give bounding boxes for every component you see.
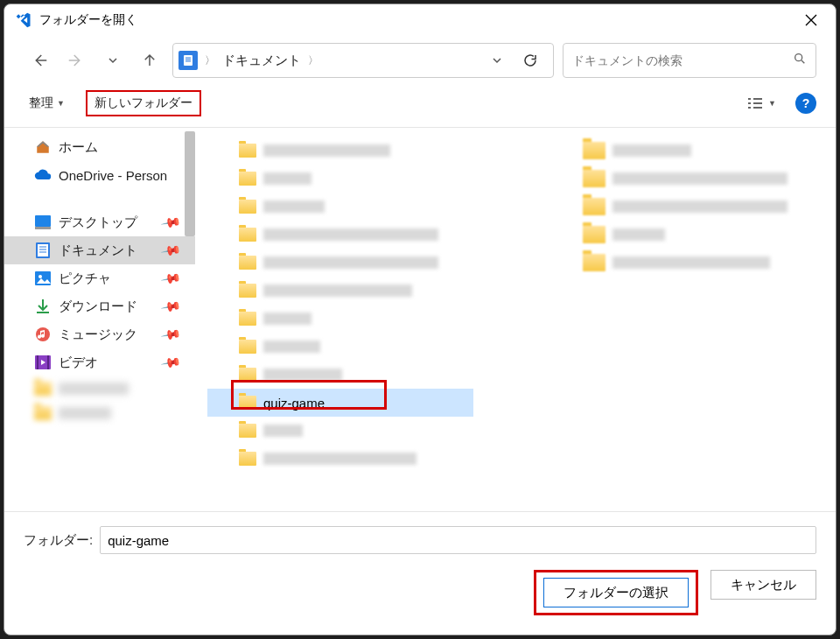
music-icon bbox=[34, 326, 52, 343]
pin-icon: 📌 bbox=[160, 239, 183, 262]
folder-name-input[interactable] bbox=[100, 526, 816, 554]
sidebar-item-home[interactable]: ホーム bbox=[4, 133, 195, 161]
new-folder-highlight: 新しいフォルダー bbox=[86, 90, 201, 116]
search-input[interactable] bbox=[572, 53, 793, 67]
breadcrumb[interactable]: 〉 ドキュメント 〉 bbox=[172, 43, 554, 78]
home-icon bbox=[34, 138, 52, 156]
documents-icon bbox=[178, 51, 198, 70]
view-mode-button[interactable]: ▼ bbox=[742, 94, 781, 113]
file-row[interactable] bbox=[195, 361, 836, 389]
pictures-icon bbox=[34, 270, 52, 287]
nav-recent-button[interactable] bbox=[99, 46, 127, 74]
documents-icon bbox=[34, 242, 52, 259]
refresh-button[interactable] bbox=[513, 53, 548, 68]
sidebar: ホーム OneDrive - Person デスクトップ 📌 ドキュメント 📌 … bbox=[4, 128, 195, 511]
nav-forward-button[interactable] bbox=[62, 46, 90, 74]
vscode-icon bbox=[15, 11, 32, 29]
open-folder-dialog: フォルダーを開く 〉 ドキュメント 〉 整理▼ 新しいフォルダー bbox=[4, 4, 836, 635]
svg-rect-0 bbox=[184, 55, 192, 66]
svg-rect-10 bbox=[37, 355, 38, 369]
folder-label: フォルダー: bbox=[24, 532, 93, 549]
body: ホーム OneDrive - Person デスクトップ 📌 ドキュメント 📌 … bbox=[4, 128, 836, 511]
pin-icon: 📌 bbox=[160, 351, 183, 374]
desktop-icon bbox=[34, 214, 52, 231]
nav-up-button[interactable] bbox=[136, 46, 164, 74]
file-row[interactable] bbox=[195, 277, 836, 305]
nav-back-button[interactable] bbox=[25, 46, 53, 74]
sidebar-item-documents[interactable]: ドキュメント 📌 bbox=[4, 236, 195, 264]
cancel-button[interactable]: キャンセル bbox=[710, 570, 816, 600]
folder-icon bbox=[239, 396, 256, 410]
video-icon bbox=[34, 354, 52, 371]
sidebar-item-pictures[interactable]: ピクチャ 📌 bbox=[4, 264, 195, 292]
close-button[interactable] bbox=[794, 8, 829, 32]
svg-rect-11 bbox=[47, 355, 49, 369]
file-row[interactable] bbox=[195, 333, 836, 361]
sidebar-item-onedrive[interactable]: OneDrive - Person bbox=[4, 161, 195, 189]
sidebar-item-desktop[interactable]: デスクトップ 📌 bbox=[4, 208, 195, 236]
file-pane[interactable]: quiz-game bbox=[195, 128, 836, 511]
sidebar-item-music[interactable]: ミュージック 📌 bbox=[4, 320, 195, 348]
toolbar: 整理▼ 新しいフォルダー ▼ ? bbox=[4, 85, 836, 128]
pin-icon: 📌 bbox=[160, 267, 183, 290]
titlebar: フォルダーを開く bbox=[4, 4, 836, 36]
svg-rect-5 bbox=[38, 244, 48, 256]
right-column bbox=[583, 137, 815, 277]
svg-point-1 bbox=[795, 54, 802, 61]
pin-icon: 📌 bbox=[160, 323, 183, 346]
file-row-selected[interactable]: quiz-game bbox=[207, 389, 473, 417]
sidebar-item-blurred[interactable] bbox=[4, 401, 195, 425]
downloads-icon bbox=[34, 298, 52, 315]
chevron-right-icon: 〉 bbox=[203, 53, 217, 68]
address-row: 〉 ドキュメント 〉 bbox=[4, 36, 836, 85]
pin-icon: 📌 bbox=[160, 295, 183, 318]
breadcrumb-dropdown[interactable] bbox=[486, 55, 508, 66]
search-box[interactable] bbox=[563, 43, 816, 78]
organize-button[interactable]: 整理▼ bbox=[24, 92, 70, 115]
sidebar-item-video[interactable]: ビデオ 📌 bbox=[4, 348, 195, 376]
sidebar-item-blurred[interactable] bbox=[4, 376, 195, 401]
breadcrumb-segment[interactable]: ドキュメント bbox=[222, 53, 301, 69]
select-folder-button[interactable]: フォルダーの選択 bbox=[543, 578, 689, 607]
search-icon bbox=[793, 52, 807, 69]
chevron-right-icon: 〉 bbox=[306, 53, 320, 68]
file-row[interactable] bbox=[195, 305, 836, 333]
file-row[interactable] bbox=[195, 445, 836, 473]
footer: フォルダー: フォルダーの選択 キャンセル bbox=[4, 511, 836, 635]
file-row[interactable] bbox=[195, 417, 836, 445]
sidebar-item-downloads[interactable]: ダウンロード 📌 bbox=[4, 292, 195, 320]
file-name: quiz-game bbox=[263, 396, 325, 411]
svg-rect-3 bbox=[35, 227, 51, 229]
select-highlight: フォルダーの選択 bbox=[534, 570, 698, 615]
svg-rect-2 bbox=[35, 215, 51, 227]
onedrive-icon bbox=[34, 166, 52, 184]
new-folder-button[interactable]: 新しいフォルダー bbox=[94, 95, 192, 111]
window-title: フォルダーを開く bbox=[39, 12, 137, 28]
pin-icon: 📌 bbox=[160, 211, 183, 234]
help-button[interactable]: ? bbox=[795, 93, 816, 114]
svg-point-7 bbox=[38, 275, 42, 278]
